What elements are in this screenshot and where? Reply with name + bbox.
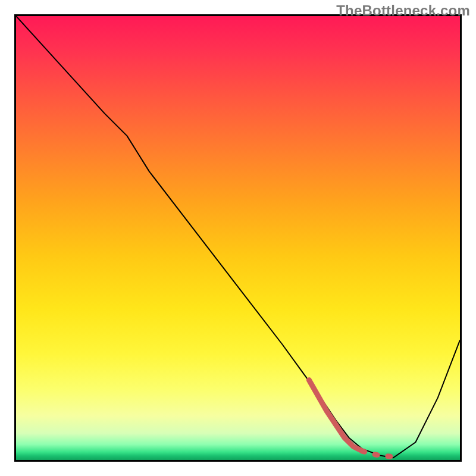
series-main-curve (16, 16, 460, 458)
watermark-text: TheBottleneck.com (336, 2, 470, 19)
chart-stage: TheBottleneck.com (0, 0, 476, 476)
highlight-dashed (362, 451, 398, 457)
plot-area (14, 14, 462, 462)
series-highlight (309, 380, 397, 458)
highlight-solid (309, 380, 362, 451)
chart-svg (16, 16, 460, 460)
